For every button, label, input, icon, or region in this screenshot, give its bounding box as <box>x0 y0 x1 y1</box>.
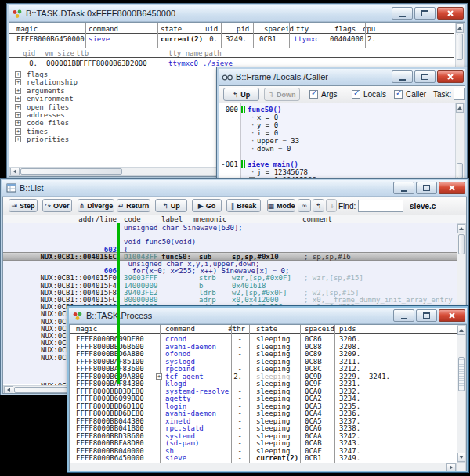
command-value[interactable]: avahi-daemon <box>165 409 216 417</box>
scroll-left-arrow[interactable] <box>10 168 20 175</box>
thread-count[interactable]: 2. <box>211 373 242 380</box>
down-button[interactable]: ↴ Down <box>264 88 300 101</box>
tree-item-environment[interactable]: environment <box>27 95 74 103</box>
close-button[interactable] <box>439 309 465 322</box>
magic-value[interactable]: FFFF8000B6099B00 <box>76 395 144 402</box>
magic-value[interactable]: FFFF8000BBD3DE80 <box>76 388 144 395</box>
magic-value[interactable]: FFFF8000BAF85100 <box>76 358 144 366</box>
command-value[interactable]: klogd <box>165 380 186 388</box>
command-value[interactable]: ofonod <box>165 350 191 358</box>
state-value[interactable]: sleeping <box>256 335 290 343</box>
expand-icon[interactable] <box>15 128 21 135</box>
maximize-button[interactable] <box>416 309 437 322</box>
spaceid-value[interactable]: 0CA3 <box>305 402 322 410</box>
maximize-button[interactable] <box>414 7 436 20</box>
command-value[interactable]: systemd <box>165 432 195 440</box>
tree-item-relationship[interactable]: relationship <box>27 78 78 86</box>
expand-icon[interactable] <box>15 96 21 102</box>
magic-value[interactable]: FFFF8000B6450000 <box>16 35 85 43</box>
pids-value[interactable]: 3232. <box>339 388 360 395</box>
thread-count[interactable]: - <box>211 447 242 455</box>
uid-value[interactable]: 0. <box>186 35 218 43</box>
magic-value[interactable]: FFFF8000BBD6DE80 <box>76 409 144 417</box>
thread-count[interactable]: - <box>211 350 242 358</box>
magic-value[interactable]: FFFF8000BB040000 <box>76 447 144 455</box>
thread-count[interactable]: - <box>211 424 242 432</box>
state-value[interactable]: sleeping <box>256 447 290 455</box>
titlebar-list[interactable]: B::List <box>2 180 467 197</box>
minimize-button[interactable] <box>392 70 413 83</box>
thread-count[interactable]: - <box>211 402 242 410</box>
vertical-scrollbar[interactable] <box>455 103 465 178</box>
command-value[interactable]: syslogd <box>165 358 195 366</box>
pids-value[interactable]: 3206. <box>339 335 360 343</box>
scrollbar-thumb[interactable] <box>20 168 122 175</box>
magic-value[interactable]: FFFF8000BBD6D100 <box>76 402 144 410</box>
local-variable[interactable]: i = 0 <box>257 129 278 137</box>
spaceid-value[interactable]: 0C89 <box>305 350 322 358</box>
expand-icon[interactable] <box>156 373 162 380</box>
scroll-up-arrow[interactable] <box>457 326 465 335</box>
tree-item-open-files[interactable]: open files <box>27 103 69 111</box>
mode-button[interactable]: ▦Mode <box>267 199 295 212</box>
maximize-button[interactable] <box>414 70 436 83</box>
pids-value[interactable]: 3231. <box>339 380 360 388</box>
magic-value[interactable]: FFFF8000BB041B00 <box>76 424 144 432</box>
magic-value[interactable]: FFFF8000B609A880 <box>76 373 144 380</box>
close-button[interactable] <box>439 182 465 194</box>
tree-item-code-files[interactable]: code files <box>27 119 69 127</box>
frame-index[interactable]: -001 <box>219 160 238 168</box>
magic-value[interactable]: FFFF8000BBFA8D80 <box>76 439 144 447</box>
command-value[interactable]: sieve <box>165 454 186 462</box>
state-value[interactable]: sleeping <box>256 365 290 373</box>
cpu-value[interactable]: 2. <box>367 35 376 43</box>
spaceid-value[interactable]: 0C8C <box>305 365 322 373</box>
state-value[interactable]: sleeping <box>256 343 290 351</box>
state-value[interactable]: sleeping <box>256 439 290 447</box>
tree-item-arguments[interactable]: arguments <box>27 87 65 95</box>
pids-value[interactable]: 3235. <box>339 402 360 410</box>
source-line[interactable]: void func50(void) <box>124 238 196 246</box>
go-up-button[interactable]: ↰ <box>313 199 324 212</box>
state-value[interactable]: sleeping <box>256 373 290 380</box>
magic-value[interactable]: FFFF8000BB044380 <box>76 417 144 425</box>
command-value[interactable]: rpc.statd <box>165 424 204 432</box>
close-button[interactable] <box>437 70 464 83</box>
thread-count[interactable]: - <box>211 454 242 462</box>
close-button[interactable] <box>437 7 464 20</box>
scrollbar-thumb[interactable] <box>457 34 463 60</box>
expand-icon[interactable] <box>15 79 21 85</box>
spaceid-value[interactable]: 0CAF <box>305 447 322 455</box>
state-value[interactable]: current(2) <box>256 454 298 462</box>
expand-icon[interactable] <box>15 71 21 78</box>
thread-count[interactable]: - <box>211 365 242 373</box>
go-down-button[interactable]: ↴ <box>326 199 337 212</box>
thread-count[interactable]: - <box>211 395 242 402</box>
spaceid-value[interactable]: 0C8B <box>305 358 322 366</box>
horizontal-scrollbar[interactable] <box>70 463 457 471</box>
scroll-up-arrow[interactable] <box>456 103 464 113</box>
go-button[interactable]: ▶Go <box>192 199 222 212</box>
spaceid-value[interactable]: 0CAB <box>305 439 322 447</box>
local-variable[interactable]: down = 0 <box>257 145 291 153</box>
titlebar-frame[interactable]: B::Frame /Locals /Caller <box>219 69 465 85</box>
scroll-down-arrow[interactable] <box>457 453 465 462</box>
local-variable[interactable]: x = 0 <box>257 114 278 121</box>
caller-checkbox[interactable] <box>394 90 403 99</box>
spaceid-value[interactable]: 0CA2 <box>305 395 322 402</box>
args-checkbox[interactable] <box>309 90 318 99</box>
command-value[interactable]: crond <box>165 335 186 343</box>
spaceid-value[interactable]: 0C9D <box>305 373 322 380</box>
expand-icon[interactable] <box>15 112 21 118</box>
state-value[interactable]: sleeping <box>256 424 290 432</box>
tty-value[interactable]: ttymxc <box>294 35 320 43</box>
find-input[interactable] <box>358 200 403 212</box>
tree-item-times[interactable]: times <box>27 128 48 135</box>
pids-value[interactable]: 3208. <box>339 343 360 351</box>
spaceid-value[interactable]: 0CA6 <box>305 424 322 432</box>
expand-icon[interactable] <box>15 104 21 110</box>
qid-value[interactable]: 0. <box>14 60 38 67</box>
locals-checkbox[interactable] <box>352 90 360 99</box>
comment[interactable]: ; wzr,[sp,#15] <box>304 274 363 282</box>
magic-value[interactable]: FFFF8000BBD6A880 <box>76 350 144 358</box>
